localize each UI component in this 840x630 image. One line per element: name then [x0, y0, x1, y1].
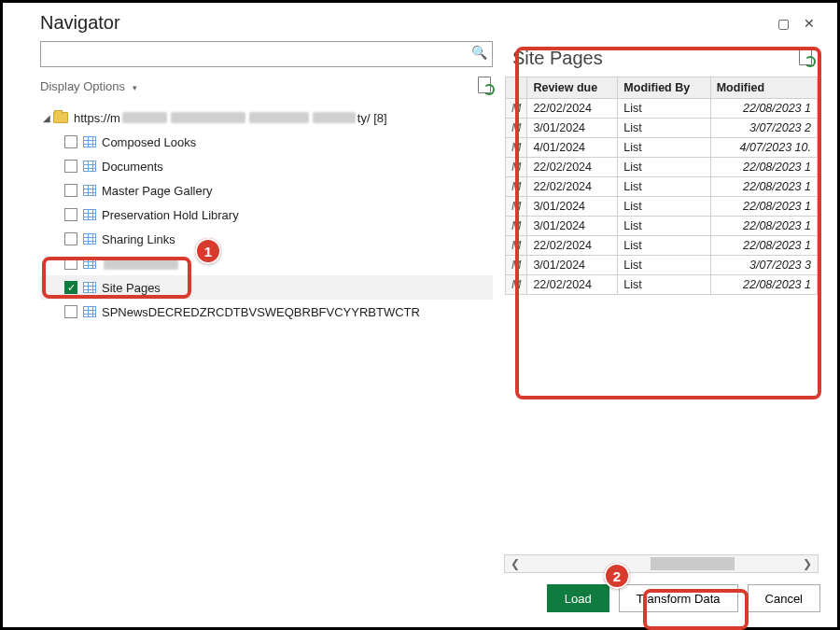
refresh-icon[interactable]: [478, 77, 493, 96]
table-icon: [83, 209, 96, 220]
display-options-dropdown[interactable]: Display Options ▾: [40, 79, 137, 93]
window-close-icon[interactable]: ✕: [796, 16, 822, 31]
dialog-title: Navigator: [40, 12, 120, 34]
tree-item-label: Sharing Links: [102, 232, 175, 246]
cell-review-due: 22/02/2024: [527, 236, 618, 256]
cell-review-due: 22/02/2024: [527, 275, 618, 295]
tree-item[interactable]: Sharing Links: [40, 227, 493, 251]
cell-review-due: 22/02/2024: [527, 295, 618, 296]
cell-modified: 22/08/2023 1: [710, 158, 817, 177]
tree-item[interactable]: [40, 251, 493, 275]
cell-review-due: 3/01/2024: [527, 217, 618, 236]
table-icon: [83, 136, 96, 147]
preview-column-header[interactable]: Modified By: [618, 77, 710, 99]
cell-review-due: 3/01/2024: [527, 197, 618, 217]
table-icon: [83, 161, 96, 172]
tree-item-checkbox[interactable]: [64, 281, 77, 294]
cell-modified: 3/07/2023 3: [710, 256, 817, 275]
tree-item-label: Site Pages: [102, 281, 161, 295]
cell-modified: 22/08/2023 1: [710, 177, 817, 197]
table-row[interactable]: M4/01/2024List4/07/2023 10.: [506, 138, 818, 158]
tree-item-checkbox[interactable]: [64, 184, 77, 197]
tree-item[interactable]: Master Page Gallery: [40, 178, 493, 203]
tree-item-checkbox[interactable]: [64, 135, 77, 148]
cell-modified-by: List: [618, 275, 710, 295]
row-marker: M: [506, 275, 527, 295]
cancel-button[interactable]: Cancel: [748, 584, 820, 612]
cell-review-due: 22/02/2024: [527, 158, 618, 177]
cell-modified: 22/08/2023 1: [710, 197, 817, 217]
cell-modified-by: List: [618, 158, 710, 177]
window-restore-icon[interactable]: ▢: [770, 16, 796, 31]
cell-review-due: 22/02/2024: [527, 99, 618, 119]
row-marker: M: [506, 197, 527, 217]
tree-item[interactable]: SPNewsDECREDZRCDTBVSWEQBRBFVCYYRBTWCTR: [40, 300, 493, 324]
annotation-badge-1: 1: [195, 238, 221, 264]
tree-item-label: Composed Looks: [102, 135, 196, 149]
cell-modified: 22/08/2023 1: [710, 236, 817, 256]
navigator-tree: ◢ https://m ty/ [8] Composed LooksDocume…: [40, 105, 493, 573]
cell-modified-by: List: [618, 99, 710, 119]
tree-item-checkbox[interactable]: [64, 232, 77, 245]
row-marker: M: [506, 158, 527, 177]
table-icon: [83, 233, 96, 245]
scroll-left-icon[interactable]: ❮: [505, 557, 525, 570]
cell-modified-by: List: [618, 256, 710, 275]
chevron-down-icon: ▾: [133, 83, 137, 92]
cell-review-due: 22/02/2024: [527, 177, 618, 197]
cell-modified: 22/08/2023 1: [710, 99, 817, 119]
cell-modified-by: List: [618, 197, 710, 217]
tree-item-checkbox[interactable]: [64, 305, 77, 318]
table-row[interactable]: M3/01/2024List3/07/2023 2: [506, 119, 818, 138]
table-row[interactable]: M22/02/2024List22/08/2023 1: [506, 236, 818, 256]
tree-item-checkbox[interactable]: [64, 160, 77, 173]
table-icon: [83, 258, 96, 269]
tree-item[interactable]: Preservation Hold Library: [40, 203, 493, 227]
preview-title: Site Pages: [512, 48, 603, 69]
tree-item-checkbox[interactable]: [64, 208, 77, 221]
cell-modified: 22/08/2023 1: [710, 275, 817, 295]
annotation-badge-2: 2: [604, 563, 630, 589]
tree-root-label: https://m ty/ [8]: [74, 111, 387, 125]
table-row[interactable]: M22/02/2024List22/08/2023 1: [506, 99, 818, 119]
cell-modified: 3/07/2023 2: [710, 119, 817, 138]
tree-item-label: SPNewsDECREDZRCDTBVSWEQBRBFVCYYRBTWCTR: [102, 305, 420, 319]
search-icon[interactable]: 🔍: [471, 45, 487, 60]
tree-item-checkbox[interactable]: [64, 257, 77, 270]
table-row[interactable]: M3/01/2024List22/08/2023 1: [506, 197, 818, 217]
cell-modified-by: List: [618, 138, 710, 158]
refresh-preview-icon[interactable]: [799, 49, 814, 68]
tree-item-label: Master Page Gallery: [102, 184, 213, 198]
row-marker: M: [506, 138, 527, 158]
scrollbar-thumb[interactable]: [651, 557, 735, 570]
scroll-right-icon[interactable]: ❯: [797, 557, 818, 570]
cell-modified-by: List: [618, 217, 710, 236]
tree-root[interactable]: ◢ https://m ty/ [8]: [40, 105, 493, 130]
folder-icon: [53, 112, 68, 123]
preview-column-header[interactable]: Review due: [527, 77, 618, 99]
tree-item[interactable]: Composed Looks: [40, 130, 493, 154]
table-row[interactable]: M3/01/2024List3/07/2023 3: [506, 256, 818, 275]
table-row[interactable]: M22/02/2024List22/08/2023 1: [506, 275, 818, 295]
cell-modified: 4/07/2023 10.: [710, 138, 817, 158]
tree-item[interactable]: Documents: [40, 154, 493, 178]
preview-column-header[interactable]: [506, 77, 527, 99]
preview-column-header[interactable]: Modified: [710, 77, 817, 99]
collapse-icon[interactable]: ◢: [40, 113, 53, 123]
row-marker: M: [506, 119, 527, 138]
search-input[interactable]: [40, 41, 493, 67]
load-button[interactable]: Load: [547, 584, 609, 612]
tree-item-label: Preservation Hold Library: [102, 208, 239, 222]
horizontal-scrollbar[interactable]: ❮ ❯: [504, 554, 819, 573]
tree-item[interactable]: Site Pages: [40, 275, 493, 300]
table-icon: [83, 282, 96, 293]
tree-item-label: Documents: [102, 160, 163, 174]
table-row[interactable]: M22/02/2024List22/08/2023 1: [506, 177, 818, 197]
table-icon: [83, 306, 96, 317]
row-marker: M: [506, 295, 527, 296]
table-row[interactable]: M22/02/2024List22/08/2023 1: [506, 295, 818, 296]
table-row[interactable]: M3/01/2024List22/08/2023 1: [506, 217, 818, 236]
cell-review-due: 3/01/2024: [527, 119, 618, 138]
transform-data-button[interactable]: Transform Data: [619, 584, 738, 612]
table-row[interactable]: M22/02/2024List22/08/2023 1: [506, 158, 818, 177]
